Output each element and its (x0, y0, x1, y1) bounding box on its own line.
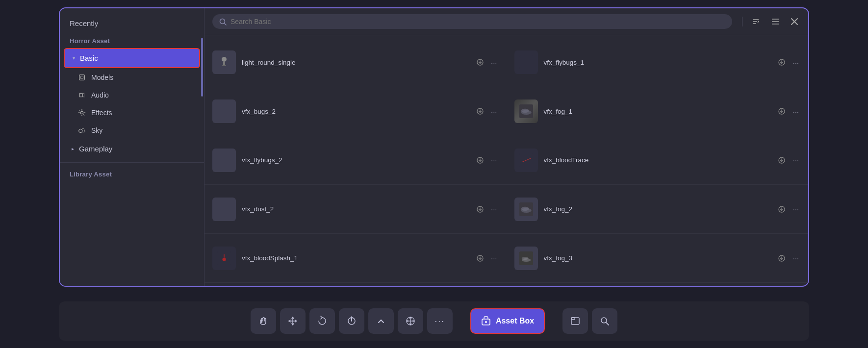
effects-label: Effects (91, 109, 112, 117)
svg-rect-58 (571, 318, 575, 320)
asset-actions: ··· (776, 203, 800, 215)
download-button[interactable] (475, 106, 485, 117)
svg-point-31 (521, 109, 529, 113)
asset-row[interactable]: vfx_bloodTrace ··· (507, 136, 809, 185)
topbar-divider (742, 17, 742, 26)
directions-tool-button[interactable] (398, 308, 423, 334)
effects-icon (77, 108, 86, 117)
asset-thumbnail (212, 247, 236, 270)
asset-box-icon (481, 316, 491, 326)
models-icon (77, 73, 86, 82)
list-view-button[interactable] (769, 15, 782, 28)
asset-box-panel: Recently Horror Asset ▾ Basic Models (59, 7, 809, 287)
audio-icon (77, 91, 86, 99)
sidebar-item-models[interactable]: Models (60, 69, 204, 86)
download-button[interactable] (776, 204, 787, 215)
download-button[interactable] (475, 204, 485, 215)
more-button[interactable]: ··· (791, 106, 800, 117)
main-content: light_round_single ··· (204, 8, 808, 286)
gameplay-arrow-icon: ▸ (72, 146, 74, 151)
download-button[interactable] (475, 155, 485, 166)
more-button[interactable]: ··· (489, 57, 499, 68)
asset-row[interactable]: vfx_fog_3 ··· (507, 234, 809, 283)
sidebar-scrollbar[interactable] (201, 38, 203, 97)
asset-thumbnail (514, 149, 538, 172)
asset-list: light_round_single ··· (204, 35, 808, 286)
asset-thumbnail (514, 198, 538, 221)
asset-row[interactable]: vfx_fog_2 ··· (507, 185, 809, 234)
asset-actions: ··· (475, 57, 499, 68)
search-bar[interactable] (212, 14, 732, 29)
asset-row[interactable]: vfx_flybugs_1 ··· (507, 38, 809, 87)
svg-marker-2 (80, 93, 82, 97)
asset-name: vfx_bloodSplash_1 (242, 254, 469, 262)
svg-rect-24 (222, 65, 226, 66)
asset-actions: ··· (776, 154, 800, 166)
asset-thumbnail (514, 247, 538, 270)
svg-rect-26 (519, 55, 533, 69)
pivot-tool-button[interactable] (339, 308, 364, 334)
sort-button[interactable] (749, 15, 762, 28)
asset-actions: ··· (475, 252, 499, 264)
more-button[interactable]: ··· (489, 203, 499, 215)
download-button[interactable] (776, 253, 787, 264)
search-input[interactable] (230, 18, 725, 25)
download-button[interactable] (475, 57, 485, 68)
svg-rect-0 (79, 75, 85, 80)
hand-tool-button[interactable] (251, 308, 276, 334)
asset-name: vfx_bugs_2 (242, 108, 469, 115)
asset-name: vfx_flybugs_2 (242, 156, 469, 164)
gameplay-label: Gameplay (79, 145, 112, 153)
asset-row[interactable]: light_round_single ··· (204, 38, 507, 87)
sidebar-item-sky[interactable]: Sky (60, 122, 204, 139)
close-button[interactable] (789, 16, 800, 27)
sidebar-item-audio[interactable]: Audio (60, 86, 204, 104)
asset-name: vfx_bloodTrace (544, 156, 771, 164)
more-button[interactable]: ··· (791, 57, 800, 68)
asset-thumbnail (212, 149, 236, 172)
more-button[interactable]: ··· (791, 154, 800, 166)
rotate-tool-button[interactable] (309, 308, 335, 334)
svg-line-9 (79, 110, 80, 111)
more-button[interactable]: ··· (791, 203, 800, 215)
more-tools-button[interactable]: ··· (427, 308, 453, 334)
recently-label: Recently (60, 16, 204, 33)
search-toolbar-button[interactable] (592, 308, 617, 334)
asset-box-button[interactable]: Asset Box (470, 308, 545, 334)
files-button[interactable] (562, 308, 588, 334)
download-button[interactable] (776, 106, 787, 117)
asset-actions: ··· (475, 106, 499, 117)
models-label: Models (91, 74, 113, 81)
asset-actions: ··· (776, 57, 800, 68)
asset-thumbnail (212, 99, 236, 123)
asset-row[interactable]: vfx_fog_1 ··· (507, 87, 809, 136)
download-button[interactable] (776, 57, 787, 68)
asset-row[interactable]: vfx_bugs_2 ··· (204, 87, 507, 136)
asset-thumbnail (212, 198, 236, 221)
more-button[interactable]: ··· (489, 154, 499, 166)
svg-line-10 (83, 114, 84, 115)
svg-point-49 (521, 257, 528, 260)
asset-actions: ··· (475, 203, 499, 215)
more-button[interactable]: ··· (791, 252, 800, 264)
asset-name: vfx_fog_2 (544, 205, 771, 213)
more-button[interactable]: ··· (489, 106, 499, 117)
svg-point-41 (521, 207, 529, 211)
move-tool-button[interactable] (280, 308, 306, 334)
download-button[interactable] (475, 253, 485, 264)
asset-row[interactable]: vfx_flybugs_2 ··· (204, 136, 507, 185)
bottom-toolbar: ··· Asset Box (59, 301, 809, 341)
library-asset-label: Library Asset (60, 167, 204, 181)
sidebar-item-gameplay[interactable]: ▸ Gameplay (64, 140, 200, 158)
sky-label: Sky (91, 126, 102, 134)
asset-actions: ··· (776, 106, 800, 117)
asset-thumbnail (514, 50, 538, 74)
download-button[interactable] (776, 155, 787, 166)
more-button[interactable]: ··· (489, 252, 499, 264)
asset-row[interactable]: vfx_bloodSplash_1 ··· (204, 234, 507, 283)
sidebar-item-effects[interactable]: Effects (60, 104, 204, 122)
up-tool-button[interactable] (368, 308, 394, 334)
svg-line-13 (225, 23, 227, 25)
sidebar-item-basic[interactable]: ▾ Basic (64, 48, 200, 68)
asset-row[interactable]: vfx_dust_2 ··· (204, 185, 507, 234)
